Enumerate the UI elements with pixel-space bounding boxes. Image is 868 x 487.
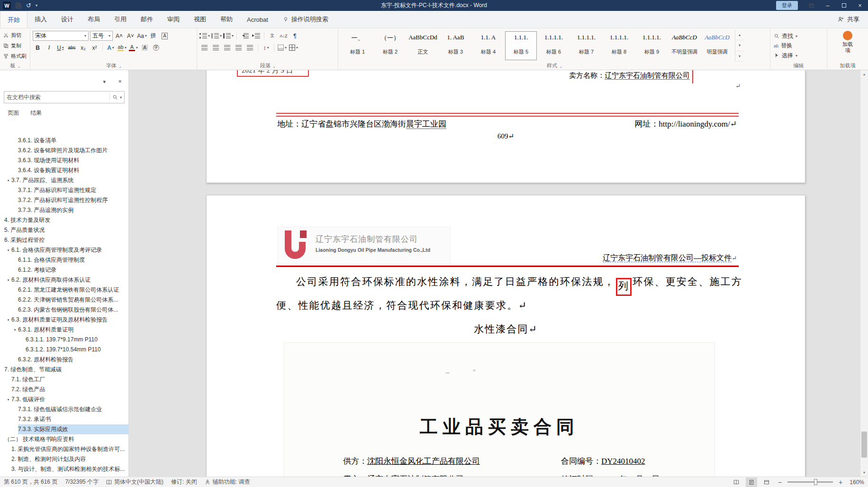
bold-button[interactable]: B <box>33 43 43 53</box>
nav-item[interactable]: 4. 技术力量及研发 <box>0 215 128 225</box>
nav-item[interactable]: 6.2.1. 黑龙江建龙钢铁有限公司体系认证 <box>0 285 128 295</box>
tab-design[interactable]: 设计 <box>54 11 81 28</box>
addins-button[interactable]: 加载项 <box>834 30 861 62</box>
undo-icon[interactable]: ↺ <box>26 2 31 9</box>
collapse-icon[interactable]: ▾ <box>5 248 11 252</box>
document-page-1[interactable]: 2021 年 2 月 9 日 卖方名称：辽宁东宇石油制管有限公司 ↵ 地址：辽宁… <box>206 70 805 183</box>
status-word-count[interactable]: 7/32395 个字 <box>65 478 99 486</box>
share-button[interactable]: 共享 <box>829 11 868 28</box>
sort-button[interactable]: A↓Z <box>279 31 289 41</box>
cut-button[interactable]: 剪切 <box>3 31 27 39</box>
word-app-icon[interactable]: W <box>3 1 11 9</box>
tab-view[interactable]: 视图 <box>187 11 213 28</box>
nav-item[interactable]: ▾6.2. 原材料供应商取得体系认证 <box>0 275 128 285</box>
nav-item[interactable]: 6.3.1.2. 139.7*10.54mm P110 <box>0 345 128 355</box>
text-highlight-button[interactable]: ab▾ <box>117 43 127 53</box>
maximize-button[interactable] <box>836 0 852 11</box>
status-track-changes[interactable]: 修订: 关闭 <box>171 478 197 486</box>
style-tile[interactable]: AaBbCcDd正文 <box>407 31 439 60</box>
nav-tab-pages[interactable]: 页面 <box>8 109 19 117</box>
nav-options-chevron-icon[interactable]: ▾ <box>103 79 106 85</box>
style-tile[interactable]: AaBbCcD明显强调 <box>701 31 733 60</box>
nav-item[interactable]: 6.2.2. 天津钢管销售贸易有限公司体系... <box>0 295 128 305</box>
qat-customize-icon[interactable]: ▾ <box>36 3 37 8</box>
change-case-button[interactable]: Aa▾ <box>137 31 147 41</box>
minimize-button[interactable]: – <box>820 0 836 11</box>
zoom-percentage[interactable]: 160% <box>848 479 864 486</box>
scroll-down-icon[interactable]: ▾ <box>860 469 868 477</box>
nav-item[interactable]: ▾3.7. 产品跟踪、追溯系统 <box>0 175 128 185</box>
tab-help[interactable]: 帮助 <box>213 11 240 28</box>
zoom-out-button[interactable]: − <box>776 478 784 486</box>
collapse-icon[interactable]: ▾ <box>5 398 11 402</box>
multilevel-list-button[interactable]: ▾ <box>223 31 234 41</box>
nav-item[interactable]: 3.6.3. 现场使用证明材料 <box>0 156 128 165</box>
nav-item[interactable]: 7.1. 绿色工厂 <box>0 375 128 385</box>
superscript-button[interactable]: x² <box>90 43 99 53</box>
font-name-combo[interactable]: 宋体▾ <box>33 31 89 41</box>
collapse-icon[interactable]: ▾ <box>5 278 11 282</box>
paragraph-dialog-launcher-icon[interactable]: ⌟ <box>273 64 275 68</box>
nav-item[interactable]: （二） 技术规格书响应资料 <box>0 434 128 444</box>
tab-insert[interactable]: 插入 <box>27 11 54 28</box>
increase-indent-button[interactable] <box>251 31 261 41</box>
nav-item[interactable]: ▾6.3.1. 原材料质量证明 <box>0 325 128 335</box>
style-tile[interactable]: （一）标题 2 <box>374 31 406 60</box>
style-tile[interactable]: 1.1.1.1.标题 7 <box>570 31 602 60</box>
scroll-up-icon[interactable]: ▴ <box>860 70 868 78</box>
nav-item[interactable]: 6.3.1.1. 139.7*9.17mm P110 <box>0 335 128 345</box>
asian-layout-button[interactable]: 文 <box>267 31 277 41</box>
nav-tab-results[interactable]: 结果 <box>30 109 42 117</box>
style-tile[interactable]: 1. AaB标题 3 <box>440 31 471 60</box>
nav-item[interactable]: 2. 制造、检测时间计划及内容 <box>0 454 128 464</box>
nav-item[interactable]: 3.7.2. 产品标识和可追溯性控制程序 <box>0 195 128 205</box>
text-effects-button[interactable]: A▾ <box>106 43 116 53</box>
nav-item-selected[interactable]: 7.3.3. 实际应用成效 <box>0 424 128 434</box>
status-page-indicator[interactable]: 第 610 页，共 616 页 <box>4 478 57 486</box>
tab-mailings[interactable]: 邮件 <box>134 11 160 28</box>
nav-item[interactable]: 7.2. 绿色产品 <box>0 385 128 395</box>
nav-item[interactable]: 5. 产品质量状况 <box>0 225 128 235</box>
status-proofing[interactable]: 简体中文(中国大陆) <box>106 478 163 486</box>
nav-item[interactable]: 3. 与设计、制造、测试和检测相关的技术标... <box>0 464 128 474</box>
format-painter-button[interactable]: 格式刷 <box>3 52 27 60</box>
login-button[interactable]: 登录 <box>776 1 798 10</box>
align-center-button[interactable] <box>211 43 221 53</box>
nav-item[interactable]: 7.3.2. 承诺书 <box>0 414 128 424</box>
document-page-2[interactable]: 辽宁东宇石油制管有限公司 Liaoning Dongyu Oil Pipe Ma… <box>206 195 805 477</box>
enclose-characters-button[interactable]: 字 <box>151 43 161 53</box>
nav-item[interactable]: 1. 采购光管供应商的国家特种设备制造许可... <box>0 444 128 454</box>
collapse-icon[interactable]: ▾ <box>5 318 11 322</box>
replace-button[interactable]: ab 替换 <box>774 41 823 51</box>
nav-item[interactable]: 7.3.1. 绿色低碳诚信示范创建企业 <box>0 404 128 414</box>
vertical-scrollbar[interactable]: ▴ ▾ <box>860 70 868 477</box>
nav-item[interactable]: 3.6.2. 设备铭牌照片及现场工作图片 <box>0 146 128 156</box>
save-icon[interactable] <box>15 2 22 9</box>
nav-search-box[interactable]: 在文档中搜索 ▾ <box>4 91 125 103</box>
character-border-button[interactable]: A <box>160 31 170 41</box>
nav-item[interactable]: 3.6.4. 设备购置证明材料 <box>0 165 128 175</box>
status-accessibility[interactable]: 辅助功能: 调查 <box>205 478 250 486</box>
line-spacing-button[interactable]: ↕▾ <box>261 43 271 53</box>
distribute-button[interactable] <box>245 43 255 53</box>
font-dialog-launcher-icon[interactable]: ⌟ <box>119 64 121 68</box>
nav-item[interactable]: 3.7.3. 产品追溯的实例 <box>0 205 128 215</box>
underline-button[interactable]: U▾ <box>55 43 65 53</box>
gallery-scroll-down-icon[interactable]: ▾ <box>735 40 744 51</box>
show-marks-button[interactable]: ¶ <box>290 31 300 41</box>
scrollbar-thumb[interactable] <box>861 432 867 458</box>
nav-item[interactable]: 6.1.2. 考核记录 <box>0 265 128 275</box>
close-button[interactable]: × <box>852 0 868 11</box>
decrease-indent-button[interactable] <box>240 31 250 41</box>
zoom-in-button[interactable]: + <box>837 478 844 486</box>
style-tile[interactable]: 1.1. A标题 4 <box>472 31 504 60</box>
bullets-button[interactable]: ▾ <box>199 31 210 41</box>
clipboard-dialog-launcher-icon[interactable]: ⌟ <box>18 64 19 68</box>
nav-item[interactable]: ▾7.3. 低碳评价 <box>0 395 128 404</box>
tab-review[interactable]: 审阅 <box>160 11 187 28</box>
align-left-button[interactable] <box>199 43 209 53</box>
document-canvas[interactable]: 2021 年 2 月 9 日 卖方名称：辽宁东宇石油制管有限公司 ↵ 地址：辽宁… <box>129 70 860 477</box>
justify-button[interactable] <box>234 43 244 53</box>
copy-button[interactable]: 复制 <box>3 42 27 50</box>
ribbon-display-options-icon[interactable] <box>804 0 820 11</box>
